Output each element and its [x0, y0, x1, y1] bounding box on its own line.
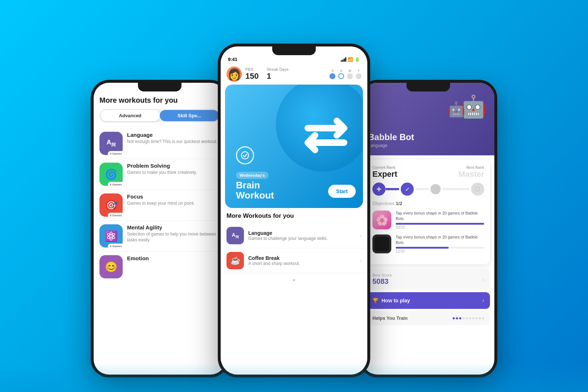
rank-progress-row: ✓	[372, 183, 484, 196]
objective-2-progress-track	[396, 247, 484, 249]
right-phone-screen: 🤖 🤖 Babble Bot Language Current Rank Exp…	[362, 83, 494, 375]
left-notch	[138, 83, 181, 91]
mental-agility-games-badge: 6 Games	[108, 244, 124, 249]
helps-dot-10	[482, 317, 484, 319]
workout-emotion[interactable]: 😊 Emotion	[99, 252, 220, 278]
focus-name: Focus	[127, 193, 195, 200]
center-phone: 9:41 📶 🔋 👩 PBS	[218, 44, 370, 377]
left-phone-screen: More workouts for you Advanced Skill Spe…	[94, 83, 226, 375]
hero-check-icon	[236, 146, 254, 164]
mental-agility-icon: ⚛️ 6 Games	[99, 224, 123, 248]
svg-rect-1	[476, 187, 479, 191]
hero-title-text: BrainWorkout	[236, 180, 274, 201]
language-icon: A阿 3 Games	[99, 132, 123, 155]
problem-solving-games-badge: 6 Games	[108, 182, 124, 187]
helps-dot-9	[479, 317, 481, 319]
rank-dot-mid	[430, 184, 441, 194]
best-score-value: 5083	[372, 277, 392, 286]
mini-language-icon: A阿	[226, 227, 244, 244]
mental-agility-desc: Selection of games to help you move betw…	[127, 232, 220, 243]
language-name: Language	[127, 132, 217, 138]
language-games-badge: 3 Games	[108, 151, 124, 156]
rank-header-row: Current Rank Expert Next Rank Master	[372, 166, 484, 179]
workout-problem-solving[interactable]: 🌀 6 Games Problem Solving Games to make …	[99, 159, 220, 190]
robot-icon2: 🤖	[447, 101, 465, 118]
more-workouts-title: More Workouts for you	[221, 212, 367, 223]
helps-bar[interactable]: Helps You Train	[367, 311, 490, 325]
objective-1-progress-fill	[396, 223, 484, 225]
streak-section: Streak Days 1	[267, 67, 289, 81]
best-score-label: Best Score	[372, 273, 392, 277]
how-to-play-bar[interactable]: 🏆 How to play ›	[367, 292, 490, 309]
workout-focus[interactable]: 🎯 6 Games Focus Games to keep your mind …	[99, 190, 220, 221]
how-to-play-label: 🏆 How to play	[372, 298, 410, 303]
rank-card: Current Rank Expert Next Rank Master	[367, 160, 490, 264]
center-header: 👩 PBS 150 Streak Days 1 S ✓ S	[221, 64, 367, 85]
objective-2-desc: Tap every bonus shape in 20 games of Bab…	[396, 234, 484, 245]
pbs-label: PBS	[245, 67, 259, 72]
objective-2: Tap every bonus shape in 20 games of Bab…	[372, 234, 484, 253]
user-avatar[interactable]: 👩	[226, 66, 242, 82]
pbs-section: PBS 150	[245, 67, 259, 81]
best-score-bar[interactable]: Best Score 5083 ›	[367, 269, 490, 290]
objective-2-progress-fill	[396, 247, 449, 249]
mini-coffee-icon: ☕	[226, 252, 244, 269]
focus-desc: Games to keep your mind on point.	[127, 201, 195, 207]
left-content: More workouts for you Advanced Skill Spe…	[94, 96, 226, 278]
workout-language[interactable]: A阿 3 Games Language Not enough time? Thi…	[99, 128, 220, 159]
filter-tabs: Advanced Skill Spe...	[99, 109, 220, 122]
helps-label: Helps You Train	[372, 315, 408, 321]
babble-bot-title: Babble Bot	[368, 132, 414, 142]
next-rank-section: Next Rank Master	[458, 166, 484, 179]
rank-progress-filled	[385, 188, 399, 190]
streak-day-s1: S ✓	[330, 69, 335, 79]
right-phone: 🤖 🤖 Babble Bot Language Current Rank Exp…	[359, 80, 497, 377]
helps-dot-7	[472, 317, 474, 319]
emotion-text: Emotion	[127, 255, 149, 262]
helps-dots	[453, 317, 484, 319]
best-score-content: Best Score 5083	[372, 273, 392, 286]
helps-dot-5	[466, 317, 468, 319]
brain-workout-arrows-icon	[286, 99, 363, 172]
streak-label: Streak Days	[267, 67, 289, 72]
hero-card[interactable]: Wednesday's BrainWorkout Start	[225, 85, 363, 208]
mini-coffee-text: Coffee Break A short and sharp workout.	[248, 255, 355, 266]
mini-workout-coffee[interactable]: ☕ Coffee Break A short and sharp workout…	[221, 248, 367, 273]
emotion-icon: 😊	[99, 255, 123, 278]
current-rank-section: Current Rank Expert	[372, 166, 397, 179]
filter-tab-advanced[interactable]: Advanced	[101, 110, 160, 121]
pagination	[221, 273, 367, 286]
status-time: 9:41	[228, 57, 237, 62]
mini-coffee-desc: A short and sharp workout.	[248, 261, 355, 266]
objectives-label: Objectives 1/2	[372, 201, 484, 206]
phones-container: More workouts for you Advanced Skill Spe…	[40, 15, 548, 377]
streak-day-s2: S	[338, 69, 344, 79]
emotion-name: Emotion	[127, 255, 149, 261]
objective-2-text: Tap every bonus shape in 20 games of Bab…	[396, 234, 484, 253]
workout-mental-agility[interactable]: ⚛️ 6 Games Mental Agility Selection of g…	[99, 221, 220, 252]
streak-day-t: T	[356, 69, 362, 79]
objective-1: 🌸 Tap every bonus shape in 20 games of B…	[372, 211, 484, 229]
mini-workout-language[interactable]: A阿 Language Games to challenge your lang…	[221, 223, 367, 248]
filter-tab-skill[interactable]: Skill Spe...	[160, 110, 219, 121]
objective-2-icon	[372, 234, 391, 253]
problem-solving-icon: 🌀 6 Games	[99, 163, 123, 186]
helps-dot-3	[459, 317, 461, 319]
svg-point-0	[241, 152, 249, 159]
how-to-arrow-icon: ›	[482, 297, 484, 304]
mini-language-text: Language Games to challenge your languag…	[248, 230, 355, 241]
best-score-arrow-icon: ›	[482, 276, 484, 283]
objectives-progress: 1/2	[396, 201, 402, 206]
center-phone-screen: 9:41 📶 🔋 👩 PBS	[221, 46, 367, 375]
rank-dot-end	[471, 183, 484, 196]
rank-dot-check: ✓	[401, 183, 414, 196]
objective-1-text: Tap every bonus shape in 20 games of Bab…	[396, 211, 484, 229]
battery-icon: 🔋	[355, 57, 360, 62]
current-rank-value: Expert	[372, 170, 397, 179]
mini-language-arrow-icon: ›	[360, 233, 362, 238]
start-button[interactable]: Start	[328, 185, 356, 198]
streak-days-row: S ✓ S M T	[330, 69, 362, 79]
mini-coffee-name: Coffee Break	[248, 255, 355, 261]
objective-1-desc: Tap every bonus shape in 20 games of Bab…	[396, 211, 484, 221]
streak-value: 1	[267, 72, 289, 81]
